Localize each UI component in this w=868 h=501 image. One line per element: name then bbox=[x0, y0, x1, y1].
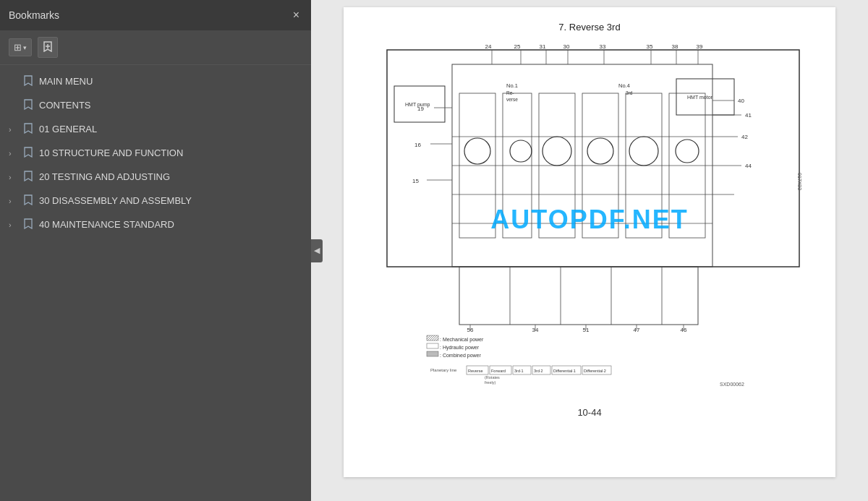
svg-point-22 bbox=[629, 137, 658, 166]
bookmark-add-icon bbox=[43, 40, 53, 54]
bookmark-icon-40-maintenance bbox=[23, 218, 35, 231]
svg-text:No.1: No.1 bbox=[506, 82, 518, 89]
chevron-icon-20-testing: › bbox=[9, 173, 19, 181]
bookmark-item-01-general[interactable]: › 01 GENERAL bbox=[0, 117, 311, 141]
svg-text:freely): freely) bbox=[485, 380, 495, 385]
bookmark-list: MAIN MENU CONTENTS › 01 GENERAL › bbox=[0, 65, 311, 501]
svg-text:38: 38 bbox=[672, 43, 678, 50]
collapse-sidebar-button[interactable]: ◀ bbox=[311, 239, 323, 262]
svg-text:31: 31 bbox=[540, 43, 546, 50]
bookmark-item-20-testing[interactable]: › 20 TESTING AND ADJUSTING bbox=[0, 165, 311, 189]
close-button[interactable]: × bbox=[290, 8, 302, 22]
svg-text:3rd: 3rd bbox=[626, 90, 633, 95]
chevron-icon-40-maintenance: › bbox=[9, 220, 19, 229]
svg-rect-81 bbox=[427, 343, 438, 348]
expand-all-button[interactable]: ⊞ ▾ bbox=[9, 38, 32, 56]
bookmark-label-20-testing: 20 TESTING AND ADJUSTING bbox=[39, 171, 170, 182]
bookmark-item-40-maintenance[interactable]: › 40 MAINTENANCE STANDARD bbox=[0, 213, 311, 236]
main-content: 7. Reverse 3rd AUTOPDF.NET HMT pump HMT … bbox=[311, 0, 868, 501]
svg-text:41: 41 bbox=[745, 112, 752, 119]
svg-text:19: 19 bbox=[417, 106, 424, 112]
svg-text:15: 15 bbox=[412, 178, 419, 184]
svg-text:42: 42 bbox=[741, 134, 748, 140]
svg-text:Differential·1: Differential·1 bbox=[553, 369, 576, 373]
svg-rect-2 bbox=[387, 50, 799, 267]
bookmark-icon-01-general bbox=[23, 122, 35, 136]
svg-text:No.4: No.4 bbox=[618, 82, 630, 89]
chevron-icon-10-structure: › bbox=[9, 149, 19, 158]
svg-text:35: 35 bbox=[647, 43, 653, 50]
svg-point-20 bbox=[542, 137, 571, 166]
svg-text:Differential·2: Differential·2 bbox=[584, 369, 606, 373]
expand-all-icon: ⊞ bbox=[14, 42, 22, 53]
bookmark-icon-20-testing bbox=[23, 170, 35, 184]
bookmark-label-contents: CONTENTS bbox=[39, 100, 91, 111]
bookmark-icon-main-menu bbox=[23, 74, 35, 88]
diagram-area: AUTOPDF.NET HMT pump HMT motor bbox=[358, 43, 821, 397]
svg-text:3rd·1: 3rd·1 bbox=[514, 369, 524, 373]
chevron-icon-01-general: › bbox=[9, 125, 19, 134]
svg-text:Reverse: Reverse bbox=[468, 369, 482, 373]
bookmark-item-contents[interactable]: CONTENTS bbox=[0, 93, 311, 117]
svg-text:: Mechanical power: : Mechanical power bbox=[440, 337, 484, 343]
svg-rect-83 bbox=[427, 351, 438, 356]
bookmark-label-01-general: 01 GENERAL bbox=[39, 124, 97, 134]
svg-text:44: 44 bbox=[745, 163, 752, 169]
bookmark-label-10-structure: 10 STRUCTURE AND FUNCTION bbox=[39, 147, 183, 158]
page-title: 7. Reverse 3rd bbox=[358, 22, 821, 33]
svg-text:Re-: Re- bbox=[506, 90, 514, 95]
technical-diagram: HMT pump HMT motor bbox=[365, 43, 814, 397]
bookmark-icon-30-disassembly bbox=[23, 194, 35, 207]
collapse-arrow-icon: ◀ bbox=[314, 246, 320, 255]
svg-text:3rd·2: 3rd·2 bbox=[534, 369, 543, 373]
svg-text:25: 25 bbox=[514, 43, 521, 50]
bookmark-label-40-maintenance: 40 MAINTENANCE STANDARD bbox=[39, 219, 174, 230]
svg-point-19 bbox=[510, 140, 532, 162]
bookmark-label-main-menu: MAIN MENU bbox=[39, 76, 93, 87]
svg-text:HMT motor: HMT motor bbox=[687, 95, 713, 100]
svg-text:39: 39 bbox=[697, 43, 703, 50]
svg-text:: Combined power: : Combined power bbox=[440, 353, 481, 359]
svg-text:16: 16 bbox=[414, 142, 421, 148]
add-bookmark-button[interactable] bbox=[38, 37, 58, 58]
bookmark-icon-contents bbox=[23, 98, 35, 112]
sidebar: Bookmarks × ⊞ ▾ bbox=[0, 0, 311, 501]
bookmark-label-30-disassembly: 30 DISASSEMBLY AND ASSEMBLY bbox=[39, 195, 192, 206]
bookmark-item-main-menu[interactable]: MAIN MENU bbox=[0, 69, 311, 93]
svg-text:33: 33 bbox=[600, 43, 606, 50]
expand-dropdown-icon: ▾ bbox=[23, 44, 27, 51]
sidebar-header: Bookmarks × bbox=[0, 0, 311, 30]
svg-point-18 bbox=[464, 138, 490, 164]
svg-text:: Hydraulic power: : Hydraulic power bbox=[440, 345, 480, 351]
svg-text:Planetary line: Planetary line bbox=[430, 368, 457, 372]
svg-text:Forward: Forward bbox=[491, 369, 506, 373]
svg-rect-24 bbox=[459, 267, 698, 325]
svg-text:(Rotates: (Rotates bbox=[485, 375, 500, 380]
bookmark-item-30-disassembly[interactable]: › 30 DISASSEMBLY AND ASSEMBLY bbox=[0, 189, 311, 213]
page-number: 10-44 bbox=[358, 407, 821, 418]
chevron-icon-30-disassembly: › bbox=[9, 197, 19, 205]
svg-text:24: 24 bbox=[485, 43, 492, 50]
svg-text:verse: verse bbox=[506, 97, 518, 102]
svg-point-23 bbox=[676, 140, 699, 163]
bookmark-icon-10-structure bbox=[23, 146, 35, 160]
svg-text:017X03: 017X03 bbox=[797, 173, 802, 190]
svg-text:40: 40 bbox=[738, 98, 744, 104]
svg-text:30: 30 bbox=[563, 43, 570, 50]
svg-rect-76 bbox=[427, 335, 438, 341]
svg-point-21 bbox=[587, 138, 613, 164]
sidebar-title: Bookmarks bbox=[9, 9, 59, 21]
svg-text:SXD00062: SXD00062 bbox=[720, 382, 744, 387]
page-container: 7. Reverse 3rd AUTOPDF.NET HMT pump HMT … bbox=[344, 7, 835, 477]
bookmark-item-10-structure[interactable]: › 10 STRUCTURE AND FUNCTION bbox=[0, 141, 311, 165]
sidebar-toolbar: ⊞ ▾ bbox=[0, 30, 311, 65]
